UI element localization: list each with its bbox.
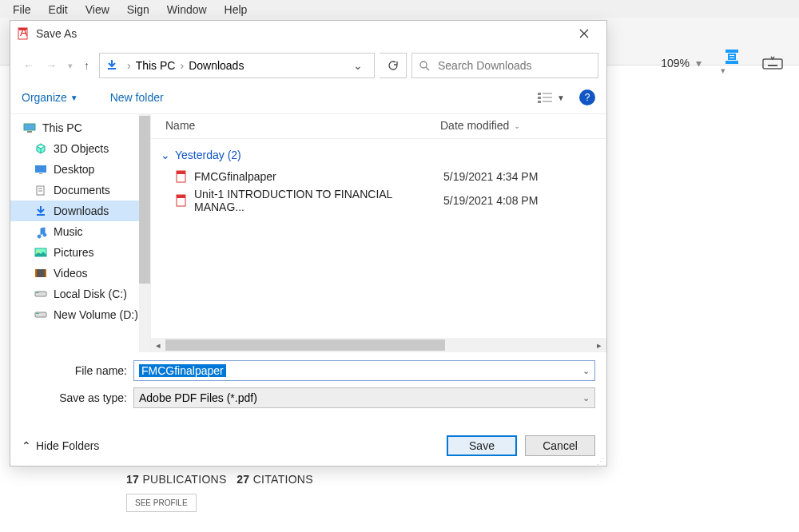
view-options-button[interactable]: ▼ <box>538 92 565 103</box>
file-name: Unit-1 INTRODUCTION TO FINANCIAL MANAG..… <box>194 188 443 213</box>
horizontal-scrollbar[interactable]: ◂ ▸ <box>151 338 606 352</box>
desktop-icon <box>34 163 47 176</box>
menu-view[interactable]: View <box>78 2 117 18</box>
scroll-right-icon[interactable]: ▸ <box>592 340 606 351</box>
svg-rect-33 <box>35 292 46 296</box>
music-icon <box>34 225 47 238</box>
savetype-select[interactable]: Adobe PDF Files (*.pdf) ⌄ <box>133 387 595 408</box>
svg-rect-20 <box>24 124 35 130</box>
tree-3d-objects[interactable]: 3D Objects <box>10 138 150 159</box>
keyboard-icon[interactable] <box>762 55 783 71</box>
file-date: 5/19/2021 4:08 PM <box>443 194 538 207</box>
pdf-icon <box>175 194 188 207</box>
savetype-label: Save as type: <box>22 391 133 404</box>
svg-rect-32 <box>45 269 46 277</box>
pubs-count: 17 <box>126 473 139 486</box>
tree-downloads[interactable]: Downloads <box>10 200 150 221</box>
back-button[interactable]: ← <box>23 59 34 72</box>
save-button[interactable]: Save <box>447 435 517 456</box>
resize-grip-icon[interactable]: ⋰ <box>597 459 605 464</box>
breadcrumb-root[interactable]: This PC <box>136 59 176 72</box>
svg-rect-21 <box>27 131 32 133</box>
help-button[interactable]: ? <box>579 89 595 105</box>
menu-sign[interactable]: Sign <box>119 2 157 18</box>
savetype-value: Adobe PDF Files (*.pdf) <box>139 391 257 404</box>
hide-folders-button[interactable]: ⌃ Hide Folders <box>22 439 99 452</box>
tree-music[interactable]: Music <box>10 221 150 242</box>
folder-tree: ▴ This PC 3D Objects Desktop Documents <box>10 114 151 352</box>
svg-text:A: A <box>20 26 28 38</box>
close-button[interactable] <box>568 22 600 45</box>
search-icon <box>419 60 430 71</box>
new-folder-button[interactable]: New folder <box>110 91 164 104</box>
cube-icon <box>34 142 47 155</box>
file-row[interactable]: Unit-1 INTRODUCTION TO FINANCIAL MANAG..… <box>161 185 597 216</box>
column-name[interactable]: Name <box>161 119 440 132</box>
tree-documents[interactable]: Documents <box>10 180 150 200</box>
cancel-button[interactable]: Cancel <box>525 435 595 456</box>
chevron-right-icon: › <box>127 59 131 72</box>
svg-point-12 <box>420 62 427 68</box>
close-icon <box>579 29 589 38</box>
caret-down-icon[interactable]: ⌄ <box>582 393 590 403</box>
filename-value: FMCGfinalpaper <box>139 364 226 377</box>
breadcrumb[interactable]: › This PC › Downloads ⌄ <box>99 53 375 78</box>
menu-file[interactable]: File <box>5 2 39 18</box>
svg-rect-34 <box>36 292 39 293</box>
forward-button[interactable]: → <box>46 59 57 72</box>
disk-icon <box>34 288 47 300</box>
organize-menu[interactable]: Organize ▼ <box>22 91 78 104</box>
column-date[interactable]: Date modified ⌄ <box>440 119 597 132</box>
group-header[interactable]: ⌄ Yesterday (2) <box>161 149 597 161</box>
recent-caret-icon[interactable]: ▾ <box>68 61 73 71</box>
svg-rect-16 <box>538 101 541 103</box>
up-button[interactable]: ↑ <box>84 59 89 72</box>
search-input[interactable]: Search Downloads <box>411 53 598 78</box>
caret-down-icon: ▾ <box>721 66 725 75</box>
svg-rect-15 <box>538 97 541 99</box>
tree-local-disk-c[interactable]: Local Disk (C:) <box>10 284 150 304</box>
svg-rect-22 <box>35 165 46 173</box>
file-list-header: Name Date modified ⌄ <box>151 114 606 139</box>
file-name: FMCGfinalpaper <box>194 170 276 183</box>
download-icon <box>34 204 47 217</box>
svg-rect-0 <box>725 50 738 53</box>
tree-this-pc[interactable]: This PC <box>10 117 150 138</box>
svg-line-13 <box>426 67 429 70</box>
file-date: 5/19/2021 4:34 PM <box>443 170 538 183</box>
filename-input[interactable]: FMCGfinalpaper ⌄ <box>133 360 595 381</box>
fit-width-icon[interactable]: ▾ <box>721 48 743 78</box>
breadcrumb-folder[interactable]: Downloads <box>189 59 244 72</box>
citations-count: 27 <box>237 473 249 486</box>
caret-down-icon: ▾ <box>696 57 702 69</box>
menu-window[interactable]: Window <box>159 2 215 18</box>
see-profile-button[interactable]: SEE PROFILE <box>126 494 197 512</box>
tree-videos[interactable]: Videos <box>10 263 150 284</box>
zoom-level[interactable]: 109%▾ <box>661 57 702 69</box>
menu-edit[interactable]: Edit <box>41 2 76 18</box>
breadcrumb-dropdown-icon[interactable]: ⌄ <box>347 59 369 72</box>
chevron-down-icon: ⌄ <box>161 149 170 161</box>
file-list: ⌄ Yesterday (2) FMCGfinalpaper 5/19/2021… <box>151 139 606 338</box>
file-row[interactable]: FMCGfinalpaper 5/19/2021 4:34 PM <box>161 168 597 185</box>
save-as-dialog: A Save As ← → ▾ ↑ › This PC › Downloads … <box>10 20 607 466</box>
tree-new-volume-d[interactable]: New Volume (D:) ⌄ <box>10 304 150 325</box>
caret-down-icon[interactable]: ⌄ <box>582 366 590 376</box>
svg-rect-31 <box>35 269 37 277</box>
tree-desktop[interactable]: Desktop <box>10 159 150 180</box>
svg-rect-36 <box>36 313 39 314</box>
svg-rect-40 <box>177 195 185 198</box>
chevron-up-icon: ⌃ <box>22 439 31 452</box>
disk-icon <box>34 308 47 321</box>
svg-rect-35 <box>35 312 46 317</box>
pdf-icon <box>175 170 188 183</box>
tree-pictures[interactable]: Pictures <box>10 242 150 263</box>
refresh-button[interactable] <box>380 53 407 78</box>
svg-rect-23 <box>39 173 42 174</box>
scroll-left-icon[interactable]: ◂ <box>151 340 165 351</box>
menu-help[interactable]: Help <box>217 2 256 18</box>
titlebar: A Save As <box>10 21 606 46</box>
background-content: 17 PUBLICATIONS 27 CITATIONS SEE PROFILE <box>126 473 313 512</box>
caret-down-icon: ▼ <box>557 93 565 102</box>
tree-scrollbar[interactable] <box>139 114 150 352</box>
